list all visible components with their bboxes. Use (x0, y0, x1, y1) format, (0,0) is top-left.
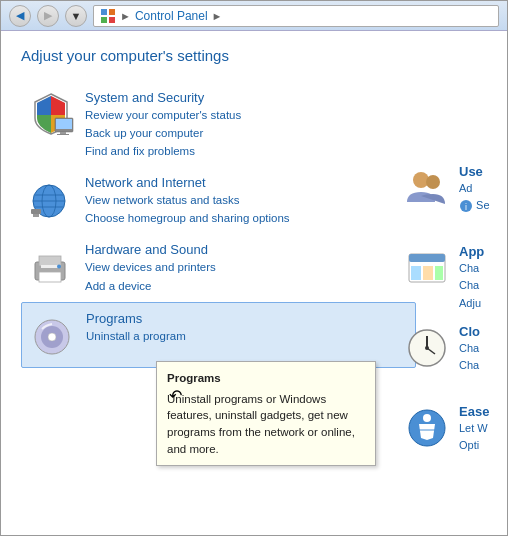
category-clock-partial: Clo Cha Cha (397, 316, 507, 396)
svg-rect-3 (109, 17, 115, 23)
system-security-text: System and Security Review your computer… (85, 90, 241, 159)
svg-rect-1 (109, 9, 115, 15)
svg-point-23 (57, 265, 61, 269)
svg-rect-10 (60, 132, 66, 134)
category-appearance-partial: App Cha Cha Adju (397, 236, 507, 316)
ease-title[interactable]: Ease (459, 404, 489, 419)
network-internet-link-2[interactable]: Choose homegroup and sharing options (85, 210, 290, 226)
appearance-title[interactable]: App (459, 244, 484, 259)
appearance-link-2[interactable]: Cha (459, 278, 484, 293)
appearance-link-3[interactable]: Adju (459, 296, 484, 311)
hardware-sound-icon (27, 242, 75, 290)
svg-rect-9 (56, 119, 72, 129)
system-security-link-2[interactable]: Back up your computer (85, 125, 241, 141)
category-system-security: System and Security Review your computer… (21, 82, 416, 167)
ease-link-1[interactable]: Let W (459, 421, 489, 436)
programs-title[interactable]: Programs (86, 311, 186, 326)
svg-rect-32 (409, 254, 445, 262)
system-security-link-1[interactable]: Review your computer's status (85, 107, 241, 123)
svg-point-28 (426, 175, 440, 189)
category-network-internet: Network and Internet View network status… (21, 167, 416, 234)
page-title: Adjust your computer's settings (21, 47, 487, 64)
user-accounts-link-1[interactable]: Ad (459, 181, 490, 196)
hardware-sound-text: Hardware and Sound View devices and prin… (85, 242, 216, 293)
user-accounts-title[interactable]: Use (459, 164, 490, 179)
address-control-panel[interactable]: Control Panel (135, 9, 208, 23)
user-accounts-text: Use Ad i Se (459, 164, 490, 214)
clock-link-2[interactable]: Cha (459, 358, 480, 373)
svg-rect-5 (51, 96, 65, 115)
svg-text:i: i (465, 202, 467, 212)
ease-text: Ease Let W Opti (459, 404, 489, 454)
back-button[interactable]: ◀ (9, 5, 31, 27)
address-arrow: ► (212, 10, 223, 22)
svg-rect-34 (423, 266, 433, 280)
system-security-link-3[interactable]: Find and fix problems (85, 143, 241, 159)
category-hardware-sound: Hardware and Sound View devices and prin… (21, 234, 416, 301)
svg-point-39 (425, 346, 429, 350)
svg-rect-21 (39, 272, 61, 282)
programs-text: Programs Uninstall a program (86, 311, 186, 344)
category-ease-partial: Ease Let W Opti (397, 396, 507, 476)
address-bar[interactable]: ► Control Panel ► (93, 5, 499, 27)
svg-rect-33 (411, 266, 421, 280)
svg-point-41 (423, 414, 431, 422)
content-area: Adjust your computer's settings (1, 31, 507, 535)
programs-link-1[interactable]: Uninstall a program (86, 328, 186, 344)
network-internet-link-1[interactable]: View network status and tasks (85, 192, 290, 208)
svg-point-26 (48, 333, 56, 341)
svg-rect-18 (33, 214, 39, 217)
category-programs: Programs Uninstall a program (21, 302, 416, 368)
user-accounts-link-2[interactable]: i Se (459, 198, 490, 213)
control-panel-icon (100, 8, 116, 24)
svg-rect-17 (31, 209, 41, 214)
hardware-sound-link-2[interactable]: Add a device (85, 278, 216, 294)
system-security-title[interactable]: System and Security (85, 90, 241, 105)
programs-tooltip: Programs Uninstall programs or Windows f… (156, 361, 376, 466)
hardware-sound-title[interactable]: Hardware and Sound (85, 242, 216, 257)
programs-icon (28, 311, 76, 359)
svg-rect-35 (435, 266, 443, 280)
clock-text: Clo Cha Cha (459, 324, 480, 374)
system-security-icon (27, 90, 75, 138)
tooltip-title: Programs (167, 370, 365, 387)
hardware-sound-link-1[interactable]: View devices and printers (85, 259, 216, 275)
network-internet-icon (27, 175, 75, 223)
tooltip-body: Uninstall programs or Windows features, … (167, 391, 365, 458)
svg-rect-22 (41, 265, 59, 268)
svg-rect-0 (101, 9, 107, 15)
clock-link-1[interactable]: Cha (459, 341, 480, 356)
network-internet-title[interactable]: Network and Internet (85, 175, 290, 190)
forward-button[interactable]: ▶ (37, 5, 59, 27)
appearance-text: App Cha Cha Adju (459, 244, 484, 311)
svg-rect-2 (101, 17, 107, 23)
dropdown-button[interactable]: ▼ (65, 5, 87, 27)
category-user-accounts-partial: Use Ad i Se (397, 156, 507, 236)
clock-title[interactable]: Clo (459, 324, 480, 339)
main-window: ◀ ▶ ▼ ► Control Panel ► Adjust your comp… (0, 0, 508, 536)
appearance-link-1[interactable]: Cha (459, 261, 484, 276)
right-partial-items: Use Ad i Se (397, 156, 507, 476)
address-separator: ► (120, 10, 131, 22)
network-internet-text: Network and Internet View network status… (85, 175, 290, 226)
titlebar: ◀ ▶ ▼ ► Control Panel ► (1, 1, 507, 31)
svg-rect-11 (57, 134, 69, 135)
svg-rect-4 (37, 96, 51, 115)
ease-link-2[interactable]: Opti (459, 438, 489, 453)
svg-rect-20 (39, 256, 61, 266)
